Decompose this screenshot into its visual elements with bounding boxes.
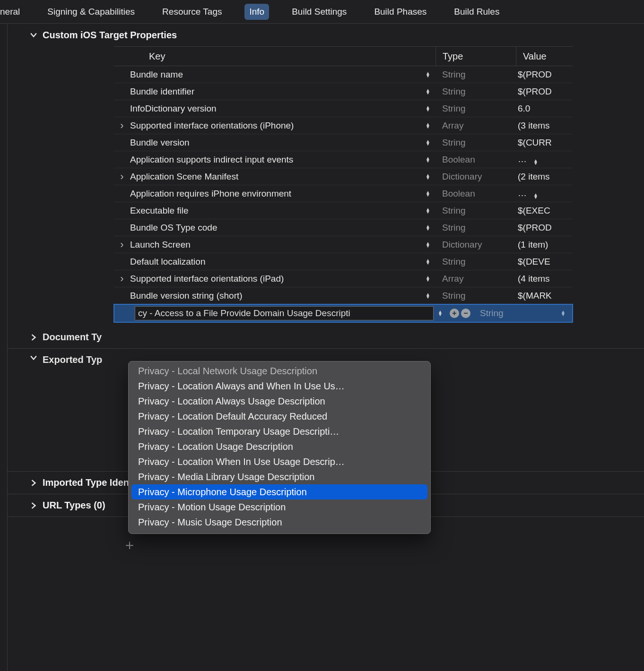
plist-key[interactable]: Launch Screen — [130, 240, 420, 250]
plist-row[interactable]: Bundle identifierString$(PROD — [114, 83, 573, 100]
value-stepper-icon[interactable] — [554, 310, 573, 316]
plist-row[interactable]: Bundle nameString$(PROD — [114, 66, 573, 83]
plist-row[interactable]: Executable fileString$(EXEC — [114, 202, 573, 219]
remove-key-button[interactable]: − — [461, 309, 470, 318]
plist-row[interactable]: InfoDictionary versionString6.0 — [114, 100, 573, 117]
key-stepper-icon[interactable] — [420, 72, 435, 77]
plist-key[interactable]: Bundle version — [130, 138, 420, 148]
suggestion-option[interactable]: Privacy - Local Network Usage Descriptio… — [131, 363, 427, 379]
plist-value[interactable]: $(MARK — [516, 291, 573, 301]
key-stepper-icon[interactable] — [420, 259, 435, 265]
plist-row-editing[interactable]: cy - Access to a File Provide Domain Usa… — [114, 304, 573, 322]
plist-row[interactable]: Launch ScreenDictionary(1 item) — [114, 236, 573, 253]
disclosure-icon[interactable] — [114, 120, 130, 132]
plist-type[interactable]: Dictionary — [435, 172, 516, 182]
plist-value[interactable]: (4 items — [516, 274, 573, 284]
plist-type[interactable]: String — [435, 257, 516, 267]
tab-build-settings[interactable]: Build Settings — [287, 4, 351, 20]
plist-key[interactable]: Bundle name — [130, 69, 420, 80]
key-editor-input[interactable]: cy - Access to a File Provide Domain Usa… — [135, 306, 434, 320]
key-stepper-icon[interactable] — [420, 89, 435, 95]
plist-value[interactable]: … — [516, 188, 573, 199]
plist-value[interactable]: (3 items — [516, 120, 573, 131]
plist-row[interactable]: Bundle OS Type codeString$(PROD — [114, 219, 573, 236]
plist-value[interactable]: $(PROD — [516, 69, 573, 80]
suggestion-option[interactable]: Privacy - Location When In Use Usage Des… — [131, 454, 427, 469]
plist-key[interactable]: Default localization — [130, 257, 420, 267]
plist-key[interactable]: Executable file — [130, 206, 420, 216]
plist-key[interactable]: Bundle version string (short) — [130, 291, 420, 301]
plist-key[interactable]: Application Scene Manifest — [130, 172, 420, 182]
plist-row[interactable]: Bundle versionString$(CURR — [114, 134, 573, 151]
key-stepper-icon[interactable] — [420, 174, 435, 180]
section-document-types[interactable]: Document Ty — [8, 326, 644, 349]
tab-general[interactable]: neral — [0, 4, 25, 20]
key-stepper-icon[interactable] — [434, 310, 447, 316]
tab-build-rules[interactable]: Build Rules — [449, 4, 504, 20]
suggestion-option[interactable]: Privacy - Microphone Usage Description — [131, 484, 427, 499]
plist-value[interactable]: (2 items — [516, 172, 573, 182]
plist-key[interactable]: Supported interface orientations (iPhone… — [130, 120, 420, 131]
disclosure-icon[interactable] — [114, 171, 130, 183]
plist-row[interactable]: Bundle version string (short)String$(MAR… — [114, 287, 573, 304]
plist-row[interactable]: Application Scene ManifestDictionary(2 i… — [114, 168, 573, 185]
plist-type[interactable]: Array — [435, 274, 516, 284]
plist-type[interactable]: String — [435, 103, 516, 114]
tab-resource-tags[interactable]: Resource Tags — [157, 4, 226, 20]
plist-value[interactable]: $(DEVE — [516, 257, 573, 267]
add-exported-type-button[interactable]: ＋ — [121, 536, 138, 553]
disclosure-icon[interactable] — [114, 273, 130, 285]
plist-type[interactable]: String — [435, 206, 516, 216]
plist-row[interactable]: Application requires iPhone environmentB… — [114, 185, 573, 202]
plist-type[interactable]: String — [435, 86, 516, 97]
plist-type[interactable]: Boolean — [435, 155, 516, 165]
suggestion-option[interactable]: Privacy - Location Default Accuracy Redu… — [131, 409, 427, 424]
suggestion-option[interactable]: Privacy - Location Temporary Usage Descr… — [131, 424, 427, 439]
add-key-button[interactable]: + — [450, 309, 459, 318]
suggestion-option[interactable]: Privacy - Location Always and When In Us… — [131, 379, 427, 394]
disclosure-icon[interactable] — [114, 239, 130, 251]
plist-type[interactable]: String — [435, 291, 516, 301]
suggestion-option[interactable]: Privacy - Location Always Usage Descript… — [131, 394, 427, 409]
plist-value[interactable]: $(EXEC — [516, 206, 573, 216]
plist-type[interactable]: Dictionary — [435, 240, 516, 250]
suggestion-option[interactable]: Privacy - Motion Usage Description — [131, 499, 427, 515]
plist-type[interactable]: String — [435, 223, 516, 233]
key-stepper-icon[interactable] — [420, 106, 435, 112]
plist-value[interactable]: $(CURR — [516, 138, 573, 148]
tab-info[interactable]: Info — [244, 4, 269, 20]
plist-row[interactable]: Default localizationString$(DEVE — [114, 253, 573, 270]
key-stepper-icon[interactable] — [420, 276, 435, 282]
key-stepper-icon[interactable] — [420, 140, 435, 146]
type-label[interactable]: String — [473, 308, 554, 318]
plist-key[interactable]: Supported interface orientations (iPad) — [130, 274, 420, 284]
plist-key[interactable]: Bundle identifier — [130, 86, 420, 97]
tab-signing[interactable]: Signing & Capabilities — [43, 4, 139, 20]
plist-value[interactable]: … — [516, 154, 573, 165]
plist-value[interactable]: (1 item) — [516, 240, 573, 250]
plist-row[interactable]: Supported interface orientations (iPad)A… — [114, 270, 573, 287]
key-stepper-icon[interactable] — [420, 225, 435, 231]
suggestion-option[interactable]: Privacy - Location Usage Description — [131, 439, 427, 454]
plist-row[interactable]: Supported interface orientations (iPhone… — [114, 117, 573, 134]
plist-type[interactable]: Array — [435, 120, 516, 131]
plist-value[interactable]: $(PROD — [516, 86, 573, 97]
plist-key[interactable]: Application supports indirect input even… — [130, 155, 420, 165]
tab-build-phases[interactable]: Build Phases — [369, 4, 431, 20]
plist-key[interactable]: InfoDictionary version — [130, 103, 420, 114]
suggestion-option[interactable]: Privacy - Music Usage Description — [131, 515, 427, 530]
plist-type[interactable]: Boolean — [435, 189, 516, 199]
plist-row[interactable]: Application supports indirect input even… — [114, 151, 573, 168]
plist-key[interactable]: Application requires iPhone environment — [130, 189, 420, 199]
plist-type[interactable]: String — [435, 69, 516, 80]
key-stepper-icon[interactable] — [420, 293, 435, 299]
plist-value[interactable]: $(PROD — [516, 223, 573, 233]
key-stepper-icon[interactable] — [420, 208, 435, 214]
key-stepper-icon[interactable] — [420, 157, 435, 163]
plist-value[interactable]: 6.0 — [516, 103, 573, 114]
key-stepper-icon[interactable] — [420, 191, 435, 197]
section-custom-ios-props[interactable]: Custom iOS Target Properties — [8, 24, 644, 46]
plist-type[interactable]: String — [435, 138, 516, 148]
plist-key[interactable]: Bundle OS Type code — [130, 223, 420, 233]
key-stepper-icon[interactable] — [420, 242, 435, 248]
